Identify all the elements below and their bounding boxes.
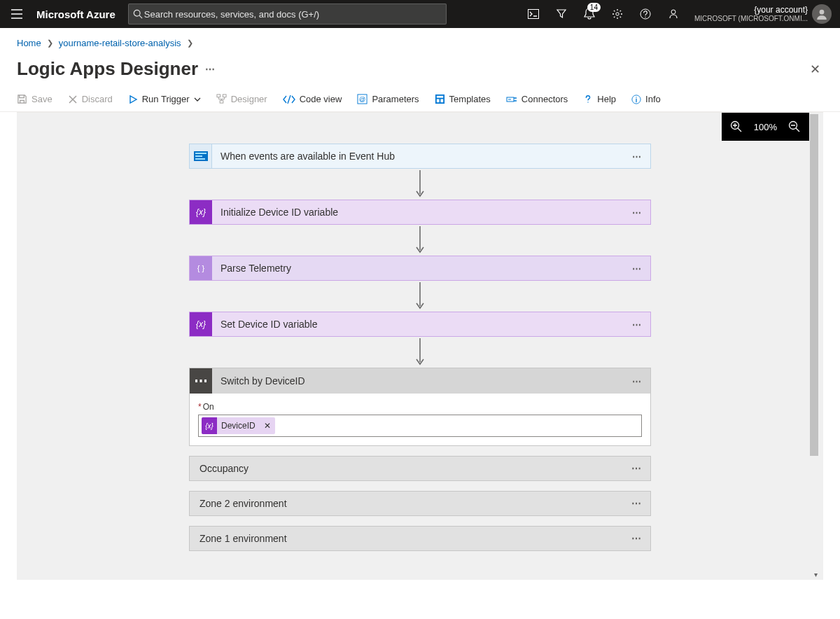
flow-arrow <box>189 225 651 256</box>
svg-rect-28 <box>204 380 206 382</box>
account-org: MICROSOFT (MICROSOFT.ONMI... <box>694 15 808 22</box>
command-bar: Save Discard Run Trigger Designer Code v… <box>0 90 840 112</box>
node-more-button[interactable]: ⋯ <box>631 463 642 474</box>
toolbar-help-button[interactable]: Help <box>583 94 616 104</box>
designer-icon <box>216 94 227 104</box>
switch-on-input[interactable]: {x} DeviceID ✕ <box>198 415 642 437</box>
settings-button[interactable] <box>603 0 631 28</box>
case-label: Occupancy <box>200 463 248 474</box>
designer-canvas-wrap: 100% ▾ When events are available in Even… <box>17 112 823 580</box>
designer-canvas[interactable]: 100% ▾ When events are available in Even… <box>17 112 823 580</box>
case-label: Zone 2 environment <box>200 498 287 509</box>
svg-rect-13 <box>436 99 439 103</box>
run-trigger-button[interactable]: Run Trigger <box>128 94 201 104</box>
breadcrumb: Home ❯ yourname-retail-store-analysis ❯ <box>17 38 823 48</box>
svg-rect-14 <box>440 99 443 103</box>
filter-icon <box>556 8 567 20</box>
variable-icon: {x} <box>202 417 217 434</box>
search-icon <box>133 9 143 19</box>
brand-label: Microsoft Azure <box>36 8 115 20</box>
info-button[interactable]: Info <box>631 94 661 104</box>
node-more-button[interactable]: ⋯ <box>632 207 642 218</box>
action-node[interactable]: {x} Initialize Device ID variable ⋯ <box>189 200 651 225</box>
event-hub-icon <box>190 144 212 168</box>
node-more-button[interactable]: ⋯ <box>632 376 642 387</box>
cloud-shell-button[interactable] <box>519 0 547 28</box>
account-avatar[interactable] <box>812 4 832 24</box>
action-label: Parse Telemetry <box>212 263 650 274</box>
svg-text:{x}: {x} <box>196 319 206 329</box>
switch-node[interactable]: Switch by DeviceID ⋯ *On {x} DeviceID ✕ <box>189 368 651 446</box>
svg-rect-21 <box>195 155 202 157</box>
topbar-actions: 14 <box>519 0 687 28</box>
feedback-button[interactable] <box>659 0 687 28</box>
expression-token[interactable]: {x} DeviceID ✕ <box>202 417 275 434</box>
top-bar: Microsoft Azure 14 {your account} MICROS… <box>0 0 840 28</box>
action-node[interactable]: { } Parse Telemetry ⋯ <box>189 256 651 281</box>
trigger-node[interactable]: When events are available in Event Hub ⋯ <box>189 144 651 169</box>
node-more-button[interactable]: ⋯ <box>632 263 642 274</box>
help-button[interactable] <box>631 0 659 28</box>
cloud-shell-icon <box>528 9 539 19</box>
canvas-scrollbar[interactable]: ▾ <box>809 113 819 580</box>
account-info[interactable]: {your account} MICROSOFT (MICROSOFT.ONMI… <box>694 6 808 22</box>
zoom-in-button[interactable] <box>730 120 743 133</box>
breadcrumb-resource[interactable]: yourname-retail-store-analysis <box>59 38 181 48</box>
notifications-button[interactable]: 14 <box>575 0 603 28</box>
chevron-right-icon: ❯ <box>47 39 53 48</box>
node-more-button[interactable]: ⋯ <box>632 151 642 162</box>
scrollbar-thumb[interactable] <box>810 114 818 456</box>
help-icon <box>640 8 651 20</box>
zoom-out-button[interactable] <box>788 120 801 133</box>
menu-toggle-button[interactable] <box>0 0 34 28</box>
page-title: Logic Apps Designer <box>17 58 198 80</box>
svg-rect-20 <box>195 153 206 154</box>
hamburger-icon <box>11 9 22 19</box>
action-label: Set Device ID variable <box>212 319 650 330</box>
scroll-down-icon[interactable]: ▾ <box>814 571 818 578</box>
token-remove-button[interactable]: ✕ <box>260 421 275 431</box>
node-more-button[interactable]: ⋯ <box>632 319 642 330</box>
parameters-button[interactable]: @ Parameters <box>357 94 419 104</box>
switch-case[interactable]: Occupancy ⋯ <box>189 456 651 481</box>
svg-text:{x}: {x} <box>205 422 214 430</box>
action-node[interactable]: {x} Set Device ID variable ⋯ <box>189 312 651 337</box>
feedback-icon <box>668 8 679 20</box>
title-more-button[interactable]: ⋯ <box>205 64 216 75</box>
svg-rect-7 <box>223 95 226 97</box>
close-button[interactable]: ✕ <box>807 59 823 80</box>
code-view-button[interactable]: Code view <box>283 94 342 104</box>
switch-icon <box>190 368 212 394</box>
help-icon <box>583 95 593 104</box>
parse-json-icon: { } <box>190 256 212 280</box>
global-search[interactable] <box>128 4 447 25</box>
trigger-label: When events are available in Event Hub <box>212 151 650 162</box>
switch-header[interactable]: Switch by DeviceID ⋯ <box>190 368 650 394</box>
zoom-controls: 100% <box>722 113 809 141</box>
node-more-button[interactable]: ⋯ <box>631 533 642 544</box>
connectors-button[interactable]: Connectors <box>506 94 568 104</box>
svg-rect-27 <box>200 380 202 382</box>
chevron-down-icon <box>194 97 201 102</box>
svg-rect-6 <box>217 95 220 97</box>
search-input[interactable] <box>143 8 442 20</box>
flow-arrow <box>189 169 651 200</box>
gear-icon <box>612 8 623 20</box>
templates-button[interactable]: Templates <box>435 94 491 104</box>
breadcrumb-home[interactable]: Home <box>17 38 41 48</box>
switch-body: *On {x} DeviceID ✕ <box>190 394 650 445</box>
directory-filter-button[interactable] <box>547 0 575 28</box>
switch-case[interactable]: Zone 1 environment ⋯ <box>189 526 651 551</box>
node-more-button[interactable]: ⋯ <box>631 498 642 509</box>
action-label: Initialize Device ID variable <box>212 207 650 218</box>
zoom-out-icon <box>788 120 801 133</box>
svg-text:{x}: {x} <box>196 207 206 217</box>
svg-rect-22 <box>195 158 205 160</box>
zoom-in-icon <box>730 120 743 133</box>
svg-rect-26 <box>195 380 197 382</box>
switch-case[interactable]: Zone 2 environment ⋯ <box>189 491 651 516</box>
save-icon <box>17 94 27 104</box>
designer-button: Designer <box>216 94 267 104</box>
svg-rect-12 <box>436 96 442 98</box>
save-button: Save <box>17 94 52 104</box>
